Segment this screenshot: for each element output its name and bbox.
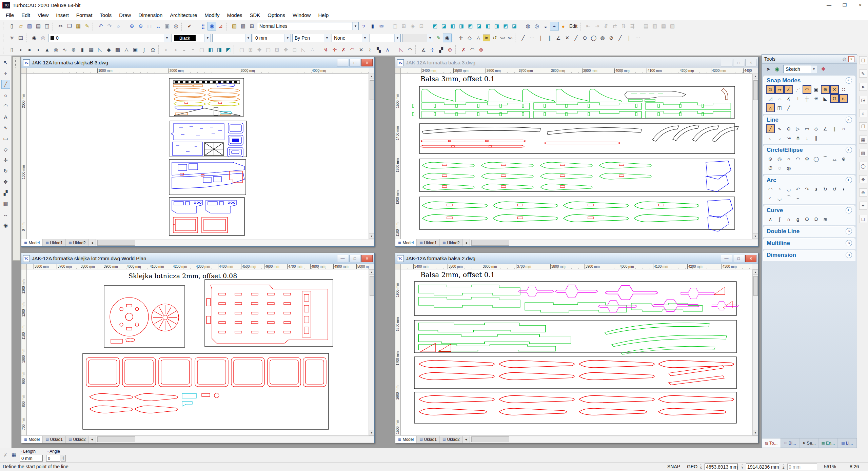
palette-toggle-icon[interactable]: ▮ xyxy=(368,22,377,30)
render-manager-icon[interactable]: ⌖ xyxy=(859,202,867,210)
previous-view-icon[interactable]: ▣ xyxy=(163,22,172,30)
lighting-icon[interactable]: ● xyxy=(559,22,568,30)
ungroup-icon[interactable]: ⊞ xyxy=(399,22,408,30)
curve-tool-icon[interactable]: ∩ xyxy=(784,215,793,224)
print-icon[interactable]: ▤ xyxy=(34,22,43,30)
mirror-copy-icon[interactable]: ◻ xyxy=(290,45,299,54)
document-window-4[interactable]: TC JAK-12A formatka balsa 2.dwg —□× 3400… xyxy=(395,253,758,443)
polygon-tool-icon[interactable]: ◇ xyxy=(1,145,10,154)
circle-tool-icon[interactable]: ○ xyxy=(784,155,793,163)
array-path-icon[interactable]: ✥ xyxy=(255,45,264,54)
toolbar-grip[interactable] xyxy=(3,34,5,42)
window-titlebar[interactable]: TC JAK-12A formatka balsa 2.dwg —□× xyxy=(395,253,758,264)
arc-tool-icon[interactable]: ↶ xyxy=(793,185,802,193)
y-coordinate-field[interactable]: 1914,8236 mm xyxy=(746,464,779,470)
slice-icon[interactable]: ◓ xyxy=(189,45,197,54)
menu-item[interactable]: Modes xyxy=(223,12,246,18)
tab-scroll-left-icon[interactable]: ◄ xyxy=(463,239,470,246)
snap-mode-icon[interactable]: ⋰ xyxy=(793,85,802,94)
sphere-icon[interactable]: ● xyxy=(25,45,34,54)
panel-3d-icon[interactable]: ▣ xyxy=(131,45,140,54)
arc-tool-icon[interactable]: ◡ xyxy=(775,194,784,203)
document-window-2[interactable]: TC JAK-12A formatka balsa 3.dwg —□× 3400… xyxy=(395,57,758,247)
toolbar-icon[interactable] xyxy=(318,45,320,54)
concentric-constraint-icon[interactable]: ⊜ xyxy=(477,45,486,54)
copy-polar-icon[interactable]: ✥ xyxy=(281,45,290,54)
zoom-out-icon[interactable]: ⊖ xyxy=(136,22,145,30)
palette-tab[interactable]: ▨To... xyxy=(762,438,781,448)
circle-tool-icon[interactable]: ∅ xyxy=(766,164,775,172)
zoom-level[interactable]: 561% xyxy=(824,464,836,469)
view-back-icon[interactable]: ◩ xyxy=(466,22,475,30)
palette-tab[interactable]: ▥Li... xyxy=(838,438,857,448)
snap-angle-icon[interactable]: ∠ xyxy=(554,34,563,42)
arc-tool-icon[interactable]: ◗ xyxy=(839,185,848,193)
select-by-icon[interactable]: ◉ xyxy=(443,34,452,42)
menu-item[interactable]: Insert xyxy=(52,12,73,18)
blocks-palette-icon[interactable]: ◲ xyxy=(859,96,867,104)
cancel-icon[interactable]: ✗ xyxy=(3,452,7,458)
measure-point-icon[interactable]: ⊹ xyxy=(428,45,437,54)
snap-mode-icon[interactable]: ∠ xyxy=(784,85,793,94)
circle-tool-icon[interactable]: ⌓ xyxy=(830,155,839,163)
undo-icon[interactable]: ↶ xyxy=(96,22,105,30)
property-pen-icon[interactable]: ✎ xyxy=(434,34,443,42)
selector-palette-icon[interactable]: ➤ xyxy=(859,83,867,91)
menu-item[interactable]: View xyxy=(34,12,52,18)
format-painter-icon[interactable]: ✎ xyxy=(83,22,92,30)
library-palette-icon[interactable]: ⌂ xyxy=(859,109,867,117)
snap-mode-icon[interactable]: ∧ xyxy=(766,103,775,112)
line-tool-icon[interactable]: ∠ xyxy=(821,124,830,133)
snap-mode-icon[interactable]: ∷ xyxy=(839,85,848,94)
align-middle-icon[interactable]: ⇵ xyxy=(601,22,610,30)
variable-icon[interactable]: V=? xyxy=(499,34,507,42)
make-block-icon[interactable]: ⊡ xyxy=(417,22,426,30)
arc-tool-icon[interactable]: ⌢ xyxy=(793,194,802,203)
app-minimize-button[interactable]: — xyxy=(821,0,837,10)
collapse-icon[interactable]: « xyxy=(846,117,852,123)
rod-icon[interactable]: ▮ xyxy=(78,45,87,54)
texture-combo[interactable]: ▼ xyxy=(402,34,433,42)
length-field[interactable]: 0 mm xyxy=(20,455,43,462)
coil-icon[interactable]: ∿ xyxy=(60,45,69,54)
toolbar-icon[interactable] xyxy=(158,45,161,54)
sheet-tab[interactable]: ▦Model xyxy=(21,436,43,443)
menu-item[interactable]: Architecture xyxy=(166,12,201,18)
geo-indicator[interactable]: GEO xyxy=(687,464,697,469)
view-iso-se-icon[interactable]: ◩ xyxy=(501,22,510,30)
materials-palette-icon[interactable]: ▨ xyxy=(859,149,867,157)
arc-fit-icon[interactable]: ◠ xyxy=(406,45,414,54)
collapse-icon[interactable]: « xyxy=(846,147,852,153)
context-help-icon[interactable]: ? xyxy=(359,22,368,30)
line-tool-icon[interactable]: ╱ xyxy=(1,80,10,89)
sheet-tab[interactable]: ▤Układ1 xyxy=(43,436,66,443)
circle-tool-icon[interactable]: Φ xyxy=(803,155,811,163)
snap-mode-icon[interactable]: ◣ xyxy=(821,94,830,103)
snap-vertex-icon[interactable]: ∣ xyxy=(536,34,545,42)
line-tool-icon[interactable]: ∿ xyxy=(775,124,784,133)
snap-mode-icon[interactable]: ✕ xyxy=(830,85,839,94)
send-back-icon[interactable]: ▥ xyxy=(650,22,659,30)
shell-icon[interactable]: ▢ xyxy=(197,45,206,54)
fill-style-combo[interactable]: None▼ xyxy=(332,34,368,42)
close-icon[interactable]: × xyxy=(848,56,854,62)
text-tool-icon[interactable]: A xyxy=(1,112,10,121)
chamfer-icon[interactable]: ✕ xyxy=(357,45,366,54)
face-extrude-icon[interactable]: ◨ xyxy=(215,45,224,54)
coordinate-system-icon[interactable]: ✛ xyxy=(456,34,465,42)
workplane-icon[interactable]: ◇ xyxy=(465,34,474,42)
snap-mode-icon[interactable]: ⊥ xyxy=(793,94,802,103)
toolbar-icon[interactable] xyxy=(26,34,29,42)
toolbar-icon[interactable] xyxy=(520,22,522,30)
line-pattern-combo[interactable]: ▼ xyxy=(212,34,252,42)
trim-icon[interactable]: ↯ xyxy=(321,45,330,54)
menu-item[interactable]: Modify xyxy=(201,12,223,18)
horizontal-scrollbar[interactable] xyxy=(471,436,757,442)
arc-tool-icon[interactable]: ↷ xyxy=(803,185,811,193)
snap-mode-icon[interactable]: ∡ xyxy=(784,94,793,103)
arc-tool-icon[interactable]: ⌒ xyxy=(784,194,793,203)
options-icon[interactable]: ✳ xyxy=(7,34,16,42)
close-button[interactable]: × xyxy=(361,255,373,262)
snap-mode-icon[interactable]: ◫ xyxy=(775,103,784,112)
palette-tab[interactable]: ➤Se... xyxy=(800,438,819,448)
